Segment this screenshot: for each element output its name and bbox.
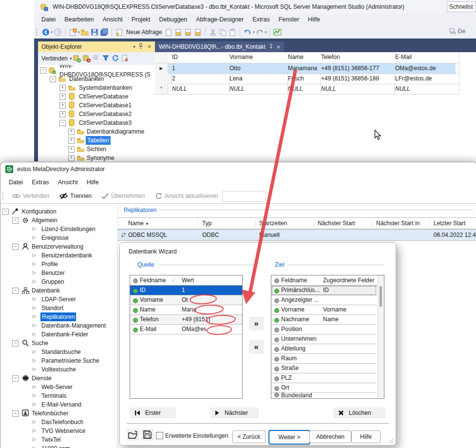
filter-icon[interactable] (102, 55, 110, 62)
ziel-row-angezeigter[interactable]: Angezeigter ... (271, 295, 377, 305)
tab-close-icon[interactable]: × (277, 43, 281, 51)
md-tree-standort[interactable]: ▷Standort (0, 304, 117, 312)
undo-icon[interactable] (244, 28, 251, 36)
tab-pin-icon[interactable] (269, 43, 273, 51)
connect-dropdown-icon[interactable]: ▾ (70, 56, 72, 61)
md-tree-konfiguration[interactable]: − Konfiguration (0, 207, 117, 216)
hilfe-button[interactable]: Hilfe (351, 430, 381, 443)
connect-server-icon[interactable] (73, 55, 81, 62)
toolbar-grip[interactable] (36, 28, 39, 36)
grid-col-id[interactable]: ID (168, 52, 229, 63)
row1-selector[interactable]: ▶ (155, 63, 168, 74)
menu-datei[interactable]: Datei (37, 14, 60, 25)
close-panel-icon[interactable]: × (148, 43, 151, 50)
unmap-field-button[interactable]: « (249, 340, 264, 354)
grid-col-telefon[interactable]: Telefon (317, 52, 395, 63)
col-typ[interactable]: Typ (202, 218, 211, 229)
md-tree-tvg[interactable]: ▷TVG Webservice (0, 427, 117, 435)
quelle-col-wert[interactable]: Wert (182, 276, 194, 285)
md-tree-terminals[interactable]: ▷Terminals (0, 391, 117, 400)
redo-icon[interactable] (256, 28, 264, 36)
query-file-icon[interactable] (165, 28, 172, 36)
menu-ansicht[interactable]: Ansicht (98, 14, 127, 25)
undo-dropdown-icon[interactable]: ▾ (252, 30, 255, 35)
menu-extras[interactable]: Extras (248, 14, 274, 25)
md-tree-lizenz[interactable]: ▷Lizenz-Einstellungen (0, 225, 117, 234)
col-naechster-start-in[interactable]: Nächster Start in (376, 218, 419, 229)
md-tree-ereignisse[interactable]: ▷Ereignisse (0, 234, 117, 242)
md-tree-ldap-server[interactable]: ▷LDAP-Server (0, 295, 117, 304)
md-tree-11880[interactable]: ▷11880.com (0, 444, 117, 448)
naechster-button[interactable]: Nächster (210, 408, 259, 418)
tree-item-ctiserverdatabase2[interactable]: + CtiServerDatabase2 (38, 110, 155, 118)
grid-row[interactable]: 1 (168, 63, 229, 74)
md-menu-hilfe[interactable]: Hilfe (82, 176, 103, 188)
quelle-row-name[interactable]: NameMana (130, 305, 242, 315)
tree-item-tabellen[interactable]: + Tabellen (38, 136, 155, 145)
resize-grip[interactable] (388, 438, 394, 444)
md-tree-suche[interactable]: − Suche (0, 339, 117, 348)
object-explorer-titlebar[interactable]: Objekt-Explorer ▾ × (38, 41, 155, 52)
replikator-row[interactable]: ODBC MSSQL ODBC Manuell 06.04.2022 12:41 (118, 229, 476, 241)
ziel-row-unternehmen[interactable]: Unternehmen (271, 334, 377, 344)
weiter-button[interactable]: Weiter > (268, 430, 310, 445)
back-dropdown-icon[interactable]: ▾ (51, 30, 53, 35)
new-project-icon[interactable] (69, 28, 77, 36)
md-tree-dienste[interactable]: − Dienste (0, 374, 117, 383)
menu-fenster[interactable]: Fenster (274, 14, 304, 25)
paste-icon[interactable] (228, 28, 236, 36)
ziel-row-primaerschluessel[interactable]: Primärschlüs...ID (271, 286, 377, 295)
md-tree-benutzerdatenbank[interactable]: ▷Benutzerdatenbank (0, 251, 117, 260)
md-tree-dastelefonbuch[interactable]: ▷DasTelefonbuch (0, 418, 117, 427)
md-tree-twixtel[interactable]: ▷TwixTel (0, 435, 117, 444)
map-field-button[interactable]: » (249, 317, 264, 331)
tree-item-ctiserverdatabase[interactable]: + CtiServerDatabase (38, 92, 155, 101)
quick-launch-input[interactable]: Schnellst (447, 1, 476, 12)
new-row-selector[interactable]: * (155, 84, 168, 95)
disconnect-server-icon[interactable] (83, 55, 91, 62)
grid-row[interactable]: NULL (168, 84, 229, 95)
md-tree-replikatoren[interactable]: ▷Replikatoren (0, 312, 117, 321)
grid-row[interactable]: 2 (168, 74, 229, 84)
tree-item-server[interactable]: − WIN-DHBD0VG18Q9\SQLEXPRESS (S (38, 66, 155, 75)
script-error-icon[interactable] (122, 55, 130, 62)
save-settings-button[interactable] (141, 429, 154, 441)
md-menu-extras[interactable]: Extras (27, 176, 53, 188)
ziel-row-abteilung[interactable]: Abteilung (271, 344, 377, 354)
new-query-icon[interactable] (115, 28, 123, 36)
menu-debuggen[interactable]: Debuggen (155, 14, 192, 25)
md-tree-benutzer[interactable]: ▷Benutzer (0, 269, 117, 277)
md-tree-web-server[interactable]: ▷Web-Server (0, 383, 117, 391)
tree-item-ctiserverdatabase3[interactable]: − CtiServerDatabase3 (38, 118, 155, 127)
md-tree-benutzerverwaltung[interactable]: − Benutzerverwaltung (0, 242, 117, 251)
menu-bearbeiten[interactable]: Bearbeiten (60, 14, 98, 25)
ziel-col-feldname[interactable]: Feldname (281, 276, 307, 285)
ziel-row-plz[interactable]: PLZ (271, 373, 377, 383)
md-menu-datei[interactable]: Datei (4, 176, 27, 188)
dmx-query-icon[interactable] (184, 28, 192, 36)
tree-item-synonyme[interactable]: + Synonyme (38, 154, 155, 161)
grid-col-email[interactable]: E-Mail (391, 52, 459, 63)
md-tree-db-management[interactable]: ▷Datenbank-Management (0, 321, 117, 330)
md-tree-gruppen[interactable]: ▷Gruppen (0, 277, 117, 286)
ziel-row-raum[interactable]: Raum (271, 354, 377, 364)
load-settings-button[interactable] (127, 429, 139, 441)
ziel-col-zugeordnete[interactable]: Zugeordnete Felder (323, 276, 374, 285)
quelle-col-feldname[interactable]: Feldname (140, 276, 166, 285)
col-naechster-start[interactable]: Nächster Start (318, 218, 355, 229)
ziel-scrollbar-thumb[interactable] (380, 286, 382, 307)
ziel-row-bundesland[interactable]: Bundesland (271, 393, 377, 398)
filter-input[interactable] (222, 191, 266, 202)
mdx-query-icon[interactable] (174, 28, 182, 36)
md-tree-db-felder[interactable]: ▷Datenbank-Felder (0, 330, 117, 339)
ziel-scrollbar[interactable] (378, 275, 384, 397)
grid-col-vorname[interactable]: Vorname (226, 52, 288, 63)
tree-item-systemdatenbanken[interactable]: + Systemdatenbanken (38, 83, 155, 92)
navigate-forward-icon[interactable] (54, 28, 62, 36)
tree-item-sichten[interactable]: + Sichten (38, 145, 155, 154)
menu-projekt[interactable]: Projekt (127, 14, 155, 25)
col-startzeiten[interactable]: Startzeiten (259, 218, 287, 229)
connect-button[interactable]: Verbinden (38, 55, 70, 62)
md-tree-standardsuche[interactable]: ▷Standardsuche (0, 348, 117, 356)
xmla-query-icon[interactable] (194, 28, 202, 36)
